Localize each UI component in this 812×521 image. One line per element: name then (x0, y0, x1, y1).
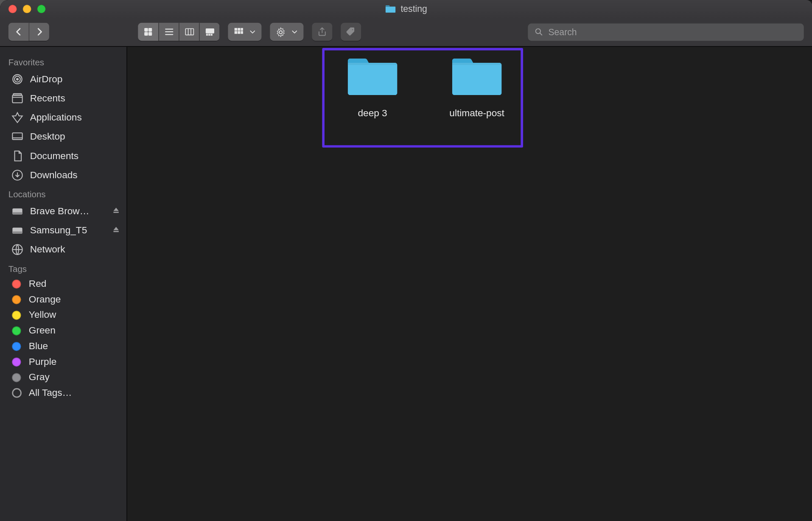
sidebar: Favorites AirDrop Recents Applications (0, 47, 127, 521)
folder-icon (450, 56, 504, 97)
svg-rect-32 (348, 63, 397, 65)
sidebar-item-label: Network (30, 245, 65, 255)
folder-item-deep3[interactable]: deep 3 (339, 56, 406, 119)
gallery-icon (204, 27, 215, 37)
svg-rect-9 (235, 28, 237, 31)
all-tags-icon (12, 388, 22, 398)
sidebar-tag-green[interactable]: Green (0, 323, 126, 339)
desktop-icon (11, 130, 24, 143)
toolbar: Search (0, 18, 812, 46)
svg-rect-3 (148, 32, 151, 35)
sidebar-item-applications[interactable]: Applications (0, 108, 126, 127)
svg-point-15 (279, 31, 282, 34)
columns-icon (184, 27, 194, 37)
sidebar-item-label: Red (29, 279, 47, 289)
sidebar-item-label: Desktop (30, 132, 65, 142)
search-field[interactable]: Search (528, 23, 804, 41)
svg-rect-4 (185, 29, 193, 35)
sidebar-item-disk-samsung[interactable]: Samsung_T5 (0, 221, 126, 240)
finder-window: testing (0, 0, 812, 521)
sidebar-tag-red[interactable]: Red (0, 276, 126, 291)
grid-small-icon (233, 27, 244, 37)
sidebar-item-label: Samsung_T5 (30, 226, 87, 235)
back-button[interactable] (8, 23, 29, 41)
sidebar-section-locations: Locations (0, 185, 126, 202)
sidebar-item-label: Recents (30, 94, 65, 104)
sidebar-tag-gray[interactable]: Gray (0, 370, 126, 385)
eject-icon[interactable] (112, 225, 120, 235)
item-label: ultimate-post (449, 108, 504, 119)
svg-rect-23 (12, 133, 22, 140)
sidebar-section-tags: Tags (0, 259, 126, 276)
tag-icon (345, 27, 356, 37)
airdrop-icon (11, 73, 24, 86)
folder-item-ultimate-post[interactable]: ultimate-post (444, 56, 510, 119)
share-button[interactable] (312, 23, 332, 41)
sidebar-item-recents[interactable]: Recents (0, 89, 126, 108)
sidebar-item-disk-brave[interactable]: Brave Brow… (0, 202, 126, 221)
folder-icon (345, 56, 399, 97)
svg-rect-2 (145, 32, 148, 35)
svg-rect-8 (210, 34, 212, 36)
sidebar-tag-purple[interactable]: Purple (0, 354, 126, 370)
search-icon (534, 27, 543, 37)
column-view-button[interactable] (179, 23, 199, 41)
svg-rect-33 (452, 63, 501, 65)
icon-grid: deep 3 ultimate-post (339, 56, 510, 119)
forward-button[interactable] (29, 23, 49, 41)
svg-rect-5 (206, 29, 214, 34)
list-view-button[interactable] (158, 23, 179, 41)
sidebar-tag-all[interactable]: All Tags… (0, 385, 126, 401)
sidebar-item-label: Applications (30, 113, 82, 123)
eject-icon[interactable] (112, 206, 120, 216)
gallery-view-button[interactable] (199, 23, 219, 41)
sidebar-item-label: Blue (29, 342, 48, 351)
documents-icon (11, 149, 24, 162)
sidebar-item-label: Yellow (29, 310, 56, 320)
icon-view-button[interactable] (138, 23, 158, 41)
sidebar-item-airdrop[interactable]: AirDrop (0, 70, 126, 89)
svg-rect-14 (241, 31, 243, 34)
tag-dot-icon (12, 357, 21, 366)
disk-icon (11, 204, 24, 218)
tags-button[interactable] (341, 23, 361, 41)
sidebar-item-label: Green (29, 326, 56, 336)
sidebar-item-label: Orange (29, 294, 61, 304)
svg-rect-12 (235, 31, 237, 34)
arrange-button[interactable] (228, 23, 261, 41)
svg-rect-22 (13, 94, 21, 95)
sidebar-item-label: Purple (29, 357, 56, 367)
sidebar-item-label: Gray (29, 373, 50, 382)
sidebar-item-desktop[interactable]: Desktop (0, 127, 126, 146)
svg-rect-29 (12, 232, 22, 234)
svg-rect-0 (145, 28, 148, 31)
sidebar-item-label: All Tags… (29, 388, 72, 398)
sidebar-item-label: AirDrop (30, 74, 63, 84)
svg-point-18 (16, 78, 19, 81)
svg-point-16 (352, 29, 353, 31)
svg-rect-21 (12, 95, 22, 103)
tag-dot-icon (12, 279, 21, 288)
window-title-text: testing (400, 4, 427, 14)
svg-rect-26 (12, 212, 22, 214)
sidebar-tag-yellow[interactable]: Yellow (0, 307, 126, 323)
chevron-down-icon (249, 27, 256, 37)
sidebar-item-downloads[interactable]: Downloads (0, 165, 126, 185)
sidebar-tag-orange[interactable]: Orange (0, 291, 126, 307)
sidebar-item-network[interactable]: Network (0, 240, 126, 259)
content-area[interactable]: deep 3 ultimate-post (127, 47, 812, 521)
chevron-right-icon (34, 27, 45, 37)
sidebar-item-label: Documents (30, 151, 78, 161)
sidebar-item-label: Brave Brow… (30, 206, 90, 216)
titlebar: testing (0, 0, 812, 47)
nav-buttons (8, 23, 49, 41)
chevron-down-icon (291, 27, 298, 37)
window-title: testing (0, 4, 812, 14)
recents-icon (11, 92, 24, 105)
sidebar-item-documents[interactable]: Documents (0, 146, 126, 165)
svg-rect-7 (208, 34, 210, 36)
action-button[interactable] (270, 23, 303, 41)
sidebar-tag-blue[interactable]: Blue (0, 338, 126, 354)
tag-dot-icon (12, 373, 21, 382)
tag-dot-icon (12, 311, 21, 319)
